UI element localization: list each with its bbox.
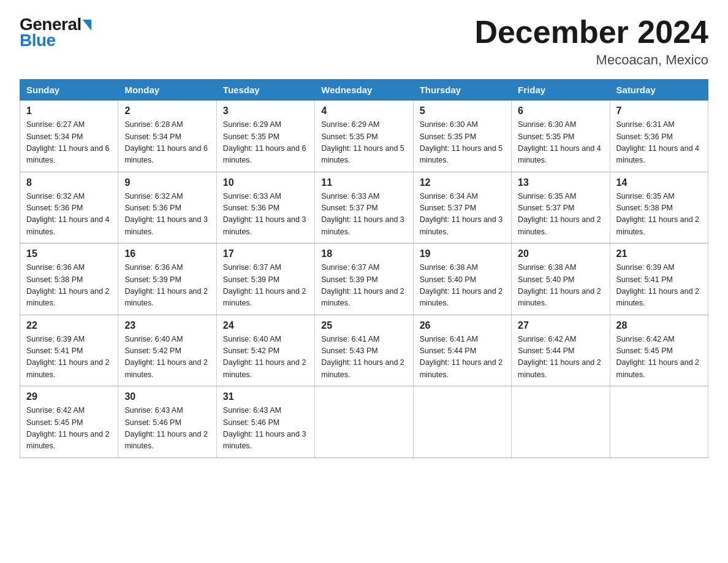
table-row: 28 Sunrise: 6:42 AM Sunset: 5:45 PM Dayl… bbox=[610, 315, 708, 386]
day-number: 10 bbox=[223, 177, 308, 188]
day-number: 24 bbox=[223, 320, 308, 331]
table-row bbox=[610, 386, 708, 458]
table-row: 2 Sunrise: 6:28 AM Sunset: 5:34 PM Dayli… bbox=[118, 101, 216, 172]
day-number: 20 bbox=[518, 248, 603, 259]
day-info: Sunrise: 6:33 AM Sunset: 5:37 PM Dayligh… bbox=[321, 191, 406, 239]
day-info: Sunrise: 6:41 AM Sunset: 5:43 PM Dayligh… bbox=[321, 334, 406, 381]
day-info: Sunrise: 6:28 AM Sunset: 5:34 PM Dayligh… bbox=[124, 119, 210, 167]
calendar-week-row: 22 Sunrise: 6:39 AM Sunset: 5:41 PM Dayl… bbox=[20, 315, 708, 386]
day-number: 30 bbox=[124, 391, 210, 402]
table-row: 11 Sunrise: 6:33 AM Sunset: 5:37 PM Dayl… bbox=[315, 172, 413, 243]
table-row: 7 Sunrise: 6:31 AM Sunset: 5:36 PM Dayli… bbox=[610, 101, 708, 172]
col-sunday: Sunday bbox=[20, 80, 118, 101]
logo: General Blue bbox=[20, 15, 91, 50]
col-friday: Friday bbox=[512, 80, 610, 101]
day-number: 7 bbox=[616, 105, 702, 117]
table-row: 6 Sunrise: 6:30 AM Sunset: 5:35 PM Dayli… bbox=[512, 101, 610, 172]
day-number: 26 bbox=[420, 320, 505, 331]
day-info: Sunrise: 6:42 AM Sunset: 5:45 PM Dayligh… bbox=[26, 405, 112, 453]
day-number: 14 bbox=[616, 177, 702, 188]
day-info: Sunrise: 6:35 AM Sunset: 5:37 PM Dayligh… bbox=[518, 191, 603, 239]
table-row: 17 Sunrise: 6:37 AM Sunset: 5:39 PM Dayl… bbox=[216, 243, 314, 315]
calendar-week-row: 8 Sunrise: 6:32 AM Sunset: 5:36 PM Dayli… bbox=[20, 172, 708, 243]
day-number: 5 bbox=[420, 105, 505, 117]
table-row: 12 Sunrise: 6:34 AM Sunset: 5:37 PM Dayl… bbox=[413, 172, 511, 243]
day-number: 18 bbox=[321, 248, 406, 259]
day-number: 21 bbox=[616, 248, 702, 259]
day-info: Sunrise: 6:39 AM Sunset: 5:41 PM Dayligh… bbox=[616, 262, 702, 310]
day-number: 6 bbox=[518, 105, 603, 117]
day-info: Sunrise: 6:33 AM Sunset: 5:36 PM Dayligh… bbox=[223, 191, 308, 239]
day-number: 9 bbox=[124, 177, 210, 188]
day-info: Sunrise: 6:32 AM Sunset: 5:36 PM Dayligh… bbox=[124, 191, 210, 239]
day-number: 12 bbox=[420, 177, 505, 188]
day-number: 16 bbox=[124, 248, 210, 259]
day-number: 11 bbox=[321, 177, 406, 188]
table-row: 18 Sunrise: 6:37 AM Sunset: 5:39 PM Dayl… bbox=[315, 243, 413, 315]
day-number: 28 bbox=[616, 320, 702, 331]
logo-blue: Blue bbox=[20, 31, 56, 50]
table-row: 10 Sunrise: 6:33 AM Sunset: 5:36 PM Dayl… bbox=[216, 172, 314, 243]
day-info: Sunrise: 6:42 AM Sunset: 5:44 PM Dayligh… bbox=[518, 334, 603, 381]
table-row: 4 Sunrise: 6:29 AM Sunset: 5:35 PM Dayli… bbox=[315, 101, 413, 172]
day-number: 19 bbox=[420, 248, 505, 259]
day-info: Sunrise: 6:29 AM Sunset: 5:35 PM Dayligh… bbox=[223, 119, 308, 167]
day-info: Sunrise: 6:38 AM Sunset: 5:40 PM Dayligh… bbox=[518, 262, 603, 310]
day-number: 13 bbox=[518, 177, 603, 188]
table-row: 16 Sunrise: 6:36 AM Sunset: 5:39 PM Dayl… bbox=[118, 243, 216, 315]
table-row: 20 Sunrise: 6:38 AM Sunset: 5:40 PM Dayl… bbox=[512, 243, 610, 315]
table-row: 29 Sunrise: 6:42 AM Sunset: 5:45 PM Dayl… bbox=[20, 386, 118, 458]
day-info: Sunrise: 6:27 AM Sunset: 5:34 PM Dayligh… bbox=[26, 119, 112, 167]
table-row: 31 Sunrise: 6:43 AM Sunset: 5:46 PM Dayl… bbox=[216, 386, 314, 458]
table-row: 27 Sunrise: 6:42 AM Sunset: 5:44 PM Dayl… bbox=[512, 315, 610, 386]
logo-arrow-icon bbox=[83, 20, 91, 31]
day-number: 8 bbox=[26, 177, 112, 188]
day-number: 31 bbox=[223, 391, 308, 402]
table-row: 5 Sunrise: 6:30 AM Sunset: 5:35 PM Dayli… bbox=[413, 101, 511, 172]
day-info: Sunrise: 6:31 AM Sunset: 5:36 PM Dayligh… bbox=[616, 119, 702, 167]
day-info: Sunrise: 6:42 AM Sunset: 5:45 PM Dayligh… bbox=[616, 334, 702, 381]
day-info: Sunrise: 6:29 AM Sunset: 5:35 PM Dayligh… bbox=[321, 119, 406, 167]
day-info: Sunrise: 6:37 AM Sunset: 5:39 PM Dayligh… bbox=[321, 262, 406, 310]
col-tuesday: Tuesday bbox=[216, 80, 314, 101]
table-row: 1 Sunrise: 6:27 AM Sunset: 5:34 PM Dayli… bbox=[20, 101, 118, 172]
month-title: December 2024 bbox=[474, 15, 708, 50]
table-row: 3 Sunrise: 6:29 AM Sunset: 5:35 PM Dayli… bbox=[216, 101, 314, 172]
day-number: 1 bbox=[26, 105, 112, 117]
day-info: Sunrise: 6:30 AM Sunset: 5:35 PM Dayligh… bbox=[518, 119, 603, 167]
table-row: 21 Sunrise: 6:39 AM Sunset: 5:41 PM Dayl… bbox=[610, 243, 708, 315]
day-info: Sunrise: 6:30 AM Sunset: 5:35 PM Dayligh… bbox=[420, 119, 505, 167]
day-number: 15 bbox=[26, 248, 112, 259]
day-number: 3 bbox=[223, 105, 308, 117]
calendar-table: Sunday Monday Tuesday Wednesday Thursday… bbox=[20, 79, 708, 458]
calendar-header-row: Sunday Monday Tuesday Wednesday Thursday… bbox=[20, 80, 708, 101]
day-info: Sunrise: 6:36 AM Sunset: 5:39 PM Dayligh… bbox=[124, 262, 210, 310]
day-info: Sunrise: 6:36 AM Sunset: 5:38 PM Dayligh… bbox=[26, 262, 112, 310]
calendar-week-row: 1 Sunrise: 6:27 AM Sunset: 5:34 PM Dayli… bbox=[20, 101, 708, 172]
day-number: 22 bbox=[26, 320, 112, 331]
day-number: 29 bbox=[26, 391, 112, 402]
page-header: General Blue December 2024 Mecoacan, Mex… bbox=[20, 15, 708, 68]
col-thursday: Thursday bbox=[413, 80, 511, 101]
table-row: 23 Sunrise: 6:40 AM Sunset: 5:42 PM Dayl… bbox=[118, 315, 216, 386]
table-row bbox=[413, 386, 511, 458]
day-info: Sunrise: 6:39 AM Sunset: 5:41 PM Dayligh… bbox=[26, 334, 112, 381]
day-info: Sunrise: 6:40 AM Sunset: 5:42 PM Dayligh… bbox=[124, 334, 210, 381]
day-info: Sunrise: 6:32 AM Sunset: 5:36 PM Dayligh… bbox=[26, 191, 112, 239]
table-row: 30 Sunrise: 6:43 AM Sunset: 5:46 PM Dayl… bbox=[118, 386, 216, 458]
col-monday: Monday bbox=[118, 80, 216, 101]
calendar-week-row: 29 Sunrise: 6:42 AM Sunset: 5:45 PM Dayl… bbox=[20, 386, 708, 458]
day-info: Sunrise: 6:34 AM Sunset: 5:37 PM Dayligh… bbox=[420, 191, 505, 239]
header-right: December 2024 Mecoacan, Mexico bbox=[474, 15, 708, 68]
calendar-week-row: 15 Sunrise: 6:36 AM Sunset: 5:38 PM Dayl… bbox=[20, 243, 708, 315]
table-row: 25 Sunrise: 6:41 AM Sunset: 5:43 PM Dayl… bbox=[315, 315, 413, 386]
day-info: Sunrise: 6:43 AM Sunset: 5:46 PM Dayligh… bbox=[124, 405, 210, 453]
col-saturday: Saturday bbox=[610, 80, 708, 101]
day-info: Sunrise: 6:41 AM Sunset: 5:44 PM Dayligh… bbox=[420, 334, 505, 381]
day-number: 27 bbox=[518, 320, 603, 331]
table-row: 9 Sunrise: 6:32 AM Sunset: 5:36 PM Dayli… bbox=[118, 172, 216, 243]
day-info: Sunrise: 6:38 AM Sunset: 5:40 PM Dayligh… bbox=[420, 262, 505, 310]
day-number: 4 bbox=[321, 105, 406, 117]
table-row bbox=[315, 386, 413, 458]
table-row: 24 Sunrise: 6:40 AM Sunset: 5:42 PM Dayl… bbox=[216, 315, 314, 386]
